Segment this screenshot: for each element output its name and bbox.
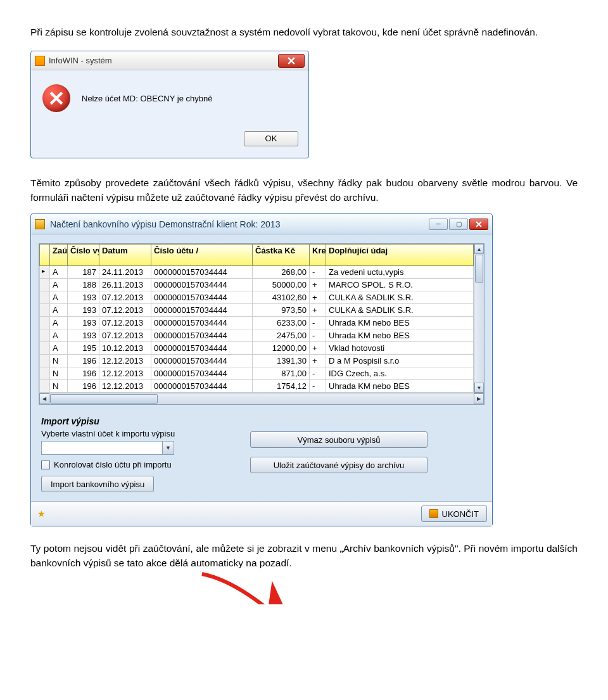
cell[interactable]: 2475,00 [253,329,310,342]
cell[interactable]: Uhrada KM nebo BES [326,380,474,393]
cell[interactable]: 871,00 [253,367,310,380]
cell[interactable]: 1391,30 [253,355,310,367]
account-combo[interactable]: ▼ [41,441,174,455]
col-castka[interactable]: Částka Kč [253,245,310,266]
cell[interactable]: 196 [68,367,99,380]
table-row[interactable]: A19307.12.201300000001570344446233,00-Uh… [40,317,474,329]
cell[interactable]: 973,50 [253,304,310,317]
scroll-up-icon[interactable]: ▲ [474,244,484,254]
cell[interactable]: A [50,342,68,355]
minimize-button[interactable]: ─ [429,219,448,230]
star-icon[interactable]: ★ [36,509,46,519]
account-combo-input[interactable] [42,442,162,454]
horizontal-scrollbar[interactable]: ◀ ▶ [39,393,484,404]
cell[interactable]: 26.11.2013 [99,279,151,291]
import-statement-button[interactable]: Import bankovního výpisu [41,476,154,492]
cell[interactable]: 0000000157034444 [151,367,253,380]
cell[interactable]: 193 [68,329,99,342]
vertical-scrollbar[interactable]: ▲ ▼ [474,244,484,393]
cell[interactable]: 268,00 [253,266,310,279]
cell[interactable]: A [50,266,68,279]
cell[interactable]: N [50,367,68,380]
cell[interactable]: 196 [68,380,99,393]
cell[interactable]: 0000000157034444 [151,291,253,304]
cell[interactable]: 24.11.2013 [99,266,151,279]
cell[interactable]: 193 [68,317,99,329]
scroll-thumb[interactable] [475,255,483,283]
cell[interactable]: - [310,329,326,342]
cell[interactable]: 196 [68,355,99,367]
table-row[interactable]: A18724.11.20130000000157034444268,00-Za … [40,266,474,279]
cell[interactable]: + [310,279,326,291]
cell[interactable]: A [50,279,68,291]
check-account-checkbox[interactable] [41,461,50,469]
cell[interactable]: 193 [68,304,99,317]
cell[interactable]: - [310,317,326,329]
cell[interactable]: 195 [68,342,99,355]
scroll-down-icon[interactable]: ▼ [474,383,484,393]
close-button[interactable] [469,219,488,230]
cell[interactable]: 0000000157034444 [151,329,253,342]
col-doplnujici[interactable]: Doplňující údaj [326,245,474,266]
cell[interactable]: 0000000157034444 [151,317,253,329]
cell[interactable]: - [310,367,326,380]
chevron-down-icon[interactable]: ▼ [162,442,174,454]
cell[interactable]: A [50,291,68,304]
col-cislo-vypisu[interactable]: Číslo výpisu [68,245,99,266]
table-row[interactable]: A19510.12.2013000000015703444412000,00+V… [40,342,474,355]
cell[interactable]: + [310,291,326,304]
cell[interactable]: 10.12.2013 [99,342,151,355]
cell[interactable]: 43102,60 [253,291,310,304]
cell[interactable]: IDG Czech, a.s. [326,367,474,380]
scroll-left-icon[interactable]: ◀ [39,393,49,404]
cell[interactable]: 187 [68,266,99,279]
cell[interactable]: CULKA & SADLIK S.R. [326,291,474,304]
statement-grid[interactable]: Zaú Číslo výpisu Datum Číslo účtu / Část… [39,243,484,405]
cell[interactable]: 0000000157034444 [151,279,253,291]
cell[interactable]: D a M Pospisil s.r.o [326,355,474,367]
cell[interactable]: 0000000157034444 [151,266,253,279]
cell[interactable]: MARCO SPOL. S R.O. [326,279,474,291]
hscroll-thumb[interactable] [50,394,158,404]
cell[interactable]: Za vedeni uctu,vypis [326,266,474,279]
cell[interactable]: + [310,304,326,317]
table-row[interactable]: A19307.12.201300000001570344442475,00-Uh… [40,329,474,342]
cell[interactable]: 6233,00 [253,317,310,329]
cell[interactable]: A [50,304,68,317]
cell[interactable]: 0000000157034444 [151,342,253,355]
cell[interactable]: N [50,380,68,393]
ok-button[interactable]: OK [244,131,298,146]
col-kredit[interactable]: Kre [310,245,326,266]
cell[interactable]: 0000000157034444 [151,380,253,393]
cell[interactable]: CULKA & SADLIK S.R. [326,304,474,317]
table-row[interactable]: A18826.11.2013000000015703444450000,00+M… [40,279,474,291]
table-row[interactable]: N19612.12.201300000001570344441754,12-Uh… [40,380,474,393]
table-row[interactable]: A19307.12.2013000000015703444443102,60+C… [40,291,474,304]
scroll-right-icon[interactable]: ▶ [474,393,484,404]
cell[interactable]: 50000,00 [253,279,310,291]
cell[interactable]: 12000,00 [253,342,310,355]
table-row[interactable]: N19612.12.20130000000157034444871,00-IDG… [40,367,474,380]
close-button[interactable] [278,54,305,68]
cell[interactable]: 07.12.2013 [99,304,151,317]
cell[interactable]: 07.12.2013 [99,291,151,304]
col-cislo-uctu[interactable]: Číslo účtu / [151,245,253,266]
cell[interactable]: - [310,266,326,279]
cell[interactable]: 12.12.2013 [99,355,151,367]
cell[interactable]: A [50,329,68,342]
window-titlebar[interactable]: Načtení bankovního výpisu Demonstrační k… [31,214,492,234]
cell[interactable]: 188 [68,279,99,291]
cell[interactable]: 1754,12 [253,380,310,393]
cell[interactable]: 0000000157034444 [151,355,253,367]
delete-file-button[interactable]: Výmaz souboru výpisů [250,431,428,448]
cell[interactable]: 12.12.2013 [99,380,151,393]
cell[interactable]: 0000000157034444 [151,304,253,317]
dialog-titlebar[interactable]: InfoWIN - systém [31,51,308,70]
cell[interactable]: N [50,355,68,367]
cell[interactable]: - [310,380,326,393]
cell[interactable]: 07.12.2013 [99,317,151,329]
exit-button[interactable]: UKONČIT [421,506,488,522]
cell[interactable]: 12.12.2013 [99,367,151,380]
table-row[interactable]: N19612.12.201300000001570344441391,30+D … [40,355,474,367]
maximize-button[interactable]: ▢ [449,219,468,230]
